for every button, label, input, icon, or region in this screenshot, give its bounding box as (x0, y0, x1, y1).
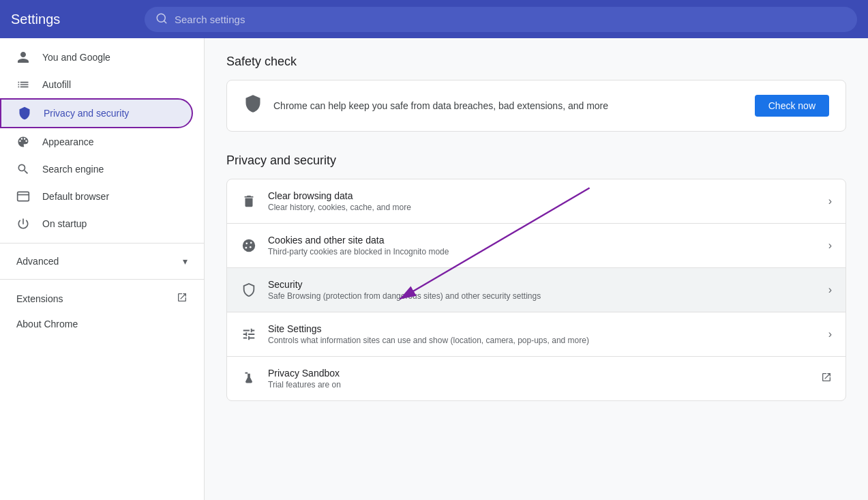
sidebar-divider-2 (0, 279, 204, 280)
privacy-item-clear-browsing-data[interactable]: Clear browsing data Clear history, cooki… (227, 179, 845, 224)
svg-point-4 (243, 239, 255, 252)
privacy-item-subtitle: Clear history, cookies, cache, and more (268, 203, 818, 212)
sidebar-item-label: Search engine (42, 164, 104, 175)
trash-icon (241, 193, 257, 209)
person-icon (16, 50, 30, 64)
sidebar-item-label: Default browser (42, 191, 109, 202)
sidebar-item-you-and-google[interactable]: You and Google (0, 44, 193, 71)
search-small-icon (16, 162, 30, 176)
privacy-item-content: Cookies and other site data Third-party … (268, 235, 818, 256)
sidebar-item-label: Appearance (42, 136, 94, 147)
security-shield-icon (241, 282, 257, 298)
sidebar-item-label: You and Google (42, 52, 110, 63)
privacy-item-content: Privacy Sandbox Trial features are on (268, 368, 810, 389)
palette-icon (16, 135, 30, 149)
layout: You and Google Autofill Privacy and secu… (0, 38, 868, 500)
page-title: Settings (11, 12, 134, 27)
sidebar-item-advanced[interactable]: Advanced ▾ (0, 249, 204, 274)
privacy-item-title: Privacy Sandbox (268, 368, 810, 379)
safety-shield-icon (243, 94, 263, 117)
sidebar-item-label: Privacy and security (44, 108, 129, 119)
svg-point-6 (250, 242, 252, 244)
sidebar-item-extensions[interactable]: Extensions (0, 285, 204, 312)
privacy-item-cookies[interactable]: Cookies and other site data Third-party … (227, 224, 845, 268)
check-now-button[interactable]: Check now (755, 95, 829, 117)
list-icon (16, 78, 30, 91)
privacy-item-subtitle: Trial features are on (268, 380, 810, 389)
svg-point-7 (245, 247, 248, 249)
privacy-item-content: Clear browsing data Clear history, cooki… (268, 190, 818, 212)
sidebar-item-label: Autofill (42, 79, 71, 90)
search-icon (155, 12, 168, 27)
header: Settings (0, 0, 868, 38)
chevron-right-icon: › (828, 284, 832, 296)
sidebar-item-label: On startup (42, 218, 87, 229)
privacy-item-security[interactable]: Security Safe Browsing (protection from … (227, 268, 845, 312)
sidebar-extensions-label: Extensions (16, 293, 63, 304)
sidebar-item-autofill[interactable]: Autofill (0, 71, 193, 98)
privacy-item-subtitle: Safe Browsing (protection from dangerous… (268, 291, 818, 301)
privacy-item-subtitle: Controls what information sites can use … (268, 336, 818, 345)
main-content: Safety check Chrome can help keep you sa… (205, 38, 868, 500)
search-bar (145, 7, 857, 32)
privacy-list: Clear browsing data Clear history, cooki… (226, 179, 846, 401)
sidebar-item-appearance[interactable]: Appearance (0, 128, 193, 156)
sidebar-item-default-browser[interactable]: Default browser (0, 183, 193, 210)
privacy-item-content: Security Safe Browsing (protection from … (268, 279, 818, 301)
sliders-icon (241, 326, 257, 342)
cookie-icon (241, 237, 257, 254)
safety-check-card: Chrome can help keep you safe from data … (226, 80, 846, 132)
svg-point-8 (250, 246, 252, 248)
privacy-item-site-settings[interactable]: Site Settings Controls what information … (227, 312, 845, 357)
shield-icon (18, 106, 31, 120)
safety-check-title: Safety check (226, 55, 846, 69)
privacy-item-title: Site Settings (268, 323, 818, 334)
external-link-icon (177, 292, 188, 305)
privacy-item-subtitle: Third-party cookies are blocked in Incog… (268, 247, 818, 256)
privacy-item-title: Security (268, 279, 818, 290)
privacy-item-title: Clear browsing data (268, 190, 818, 201)
chevron-right-icon: › (828, 328, 832, 340)
flask-icon (241, 370, 257, 387)
power-icon (16, 217, 30, 231)
privacy-item-title: Cookies and other site data (268, 235, 818, 246)
sidebar-item-search-engine[interactable]: Search engine (0, 156, 193, 183)
sidebar: You and Google Autofill Privacy and secu… (0, 38, 205, 500)
browser-icon (16, 190, 30, 203)
content-area: Clear browsing data Clear history, cooki… (226, 179, 846, 401)
sidebar-advanced-label: Advanced (16, 256, 59, 267)
svg-line-1 (164, 20, 166, 23)
svg-rect-2 (18, 192, 29, 201)
search-input[interactable] (175, 14, 846, 25)
sidebar-item-on-startup[interactable]: On startup (0, 210, 193, 237)
privacy-item-privacy-sandbox[interactable]: Privacy Sandbox Trial features are on (227, 357, 845, 400)
sidebar-item-privacy-and-security[interactable]: Privacy and security (0, 98, 193, 128)
sidebar-item-about-chrome[interactable]: About Chrome (0, 312, 204, 336)
chevron-right-icon: › (828, 195, 832, 207)
external-link-icon (821, 372, 832, 385)
sidebar-divider (0, 243, 204, 244)
chevron-down-icon: ▾ (183, 256, 188, 267)
safety-check-description: Chrome can help keep you safe from data … (273, 100, 744, 111)
sidebar-about-chrome-label: About Chrome (16, 319, 78, 329)
privacy-section-title: Privacy and security (226, 153, 846, 168)
privacy-item-content: Site Settings Controls what information … (268, 323, 818, 345)
svg-point-5 (245, 242, 248, 244)
chevron-right-icon: › (828, 239, 832, 252)
